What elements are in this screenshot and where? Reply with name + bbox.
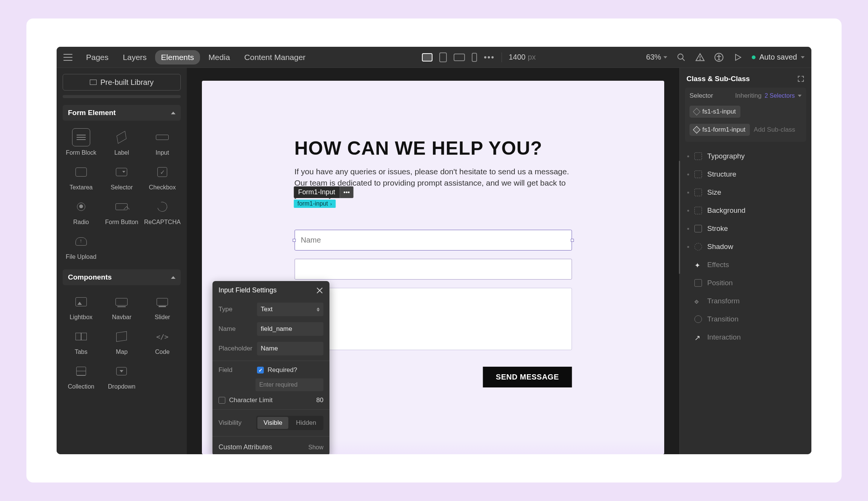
placeholder-input-field[interactable]: Name: [257, 342, 323, 355]
component-code[interactable]: </>Code: [144, 325, 181, 358]
hamburger-menu-icon[interactable]: [63, 54, 72, 61]
style-effects[interactable]: ✦Effects: [685, 256, 806, 274]
element-selector[interactable]: Selector: [103, 161, 140, 193]
autosave-status[interactable]: Auto saved: [752, 53, 805, 61]
element-input[interactable]: Input: [144, 126, 181, 158]
tablet-landscape-icon[interactable]: [454, 54, 465, 61]
audit-icon[interactable]: [695, 52, 705, 62]
diamond-icon: [693, 108, 700, 115]
nav-content-manager[interactable]: Content Manager: [238, 50, 311, 65]
component-tabs[interactable]: Tabs: [63, 325, 100, 358]
style-size[interactable]: Size: [685, 183, 806, 201]
character-limit-row: Character Limit 80: [212, 393, 329, 407]
element-options-icon[interactable]: •••: [340, 186, 354, 198]
class-chip-fs1-form1-input[interactable]: fs1-form1-input: [689, 124, 750, 136]
top-center-tools: ••• 1400 px: [422, 52, 536, 62]
visibility-visible-option[interactable]: Visible: [257, 417, 288, 429]
divider: [212, 409, 329, 410]
element-checkbox[interactable]: Checkbox: [144, 161, 181, 193]
selected-class-tag[interactable]: form1-input›: [294, 200, 336, 208]
preview-play-icon[interactable]: [733, 52, 743, 62]
component-lightbox[interactable]: Lightbox: [63, 290, 100, 323]
form-element-section-header[interactable]: Form Element: [63, 105, 181, 121]
prebuilt-library-button[interactable]: Pre-built Library: [63, 74, 181, 91]
send-message-button[interactable]: SEND MESSAGE: [483, 367, 572, 387]
required-checkbox[interactable]: [257, 367, 264, 373]
close-icon[interactable]: [316, 287, 323, 294]
nav-pages[interactable]: Pages: [80, 50, 115, 65]
name-input[interactable]: [294, 230, 572, 250]
message-textarea[interactable]: [294, 288, 572, 350]
element-file-upload[interactable]: File Upload: [63, 230, 100, 263]
device-preview-group: •••: [422, 52, 495, 62]
section-title: Form Element: [68, 109, 116, 117]
selector-label: Selector: [689, 92, 713, 100]
form-fields: SEND MESSAGE: [294, 230, 572, 387]
prebuilt-label: Pre-built Library: [100, 78, 154, 87]
style-shadow[interactable]: Shadow: [685, 238, 806, 256]
input-field-settings-panel: Input Field Settings Type Text Name fiel…: [212, 281, 329, 454]
stepper-icon: [317, 307, 320, 312]
inheriting-count[interactable]: 2 Selectors: [765, 92, 795, 99]
inheriting-label: Inheriting: [735, 92, 762, 100]
nav-layers[interactable]: Layers: [117, 50, 153, 65]
visibility-hidden-option[interactable]: Hidden: [290, 417, 322, 429]
show-custom-attributes-button[interactable]: Show: [308, 444, 323, 451]
required-message-input[interactable]: Enter required: [255, 378, 323, 391]
style-position[interactable]: Position: [685, 274, 806, 292]
component-navbar[interactable]: Navbar: [103, 290, 140, 323]
element-radio[interactable]: Radio: [63, 195, 100, 228]
accessibility-icon[interactable]: [714, 52, 724, 62]
charlimit-checkbox[interactable]: [219, 397, 225, 404]
svg-point-5: [718, 54, 719, 55]
visibility-row: Visibility Visible Hidden: [212, 412, 329, 434]
component-collection[interactable]: Collection: [63, 360, 100, 392]
zoom-control[interactable]: 63%: [646, 53, 667, 61]
style-background[interactable]: Background: [685, 201, 806, 220]
style-interaction[interactable]: ↗Interaction: [685, 328, 806, 346]
nav-media[interactable]: Media: [202, 50, 236, 65]
email-input[interactable]: [294, 259, 572, 280]
resize-handle-right[interactable]: [571, 239, 574, 242]
expand-icon[interactable]: [797, 75, 805, 83]
component-dropdown[interactable]: Dropdown: [103, 360, 140, 392]
style-panel: Class & Sub-Class Selector Inheriting 2 …: [679, 68, 811, 454]
style-transform[interactable]: ⟐Transform: [685, 292, 806, 310]
app-window: Pages Layers Elements Media Content Mana…: [57, 47, 811, 454]
charlimit-value[interactable]: 80: [316, 396, 323, 404]
phone-icon[interactable]: [472, 53, 477, 62]
style-structure[interactable]: Structure: [685, 165, 806, 183]
type-select[interactable]: Text: [257, 303, 323, 316]
panel-scrollbar[interactable]: [679, 161, 680, 274]
components-section-header[interactable]: Components: [63, 269, 181, 285]
zoom-value: 63%: [646, 53, 661, 61]
canvas-width-unit: px: [528, 53, 536, 61]
resize-handle-left[interactable]: [292, 239, 295, 242]
element-label[interactable]: Label: [103, 126, 140, 158]
tablet-portrait-icon[interactable]: [439, 52, 447, 62]
style-sections-list: Typography Structure Size Background Str…: [685, 147, 806, 346]
canvas-width-display[interactable]: 1400 px: [509, 53, 536, 61]
add-subclass-button[interactable]: Add Sub-class: [754, 126, 795, 134]
component-map[interactable]: Map: [103, 325, 140, 358]
more-devices-icon[interactable]: •••: [484, 52, 495, 62]
element-form-block[interactable]: Form Block: [63, 126, 100, 158]
component-slider[interactable]: Slider: [144, 290, 181, 323]
element-recaptcha[interactable]: ReCAPTCHA: [144, 195, 181, 228]
style-transition[interactable]: Transition: [685, 310, 806, 328]
desktop-icon[interactable]: [422, 53, 432, 61]
name-input-field[interactable]: field_name: [257, 322, 323, 336]
selected-element-tag[interactable]: Form1-Input: [294, 186, 340, 198]
search-icon[interactable]: [676, 52, 686, 62]
class-chip-fs1-s1-input[interactable]: fs1-s1-input: [689, 106, 740, 118]
settings-title: Input Field Settings: [219, 286, 277, 294]
element-textarea[interactable]: Textarea: [63, 161, 100, 193]
style-typography[interactable]: Typography: [685, 147, 806, 165]
status-dot-icon: [752, 55, 756, 59]
style-stroke[interactable]: Stroke: [685, 220, 806, 238]
element-form-button[interactable]: Form Button: [103, 195, 140, 228]
selection-breadcrumb[interactable]: Form1-Input •••: [294, 186, 354, 198]
top-right-tools: 63% Auto saved: [646, 52, 805, 62]
nav-elements[interactable]: Elements: [155, 50, 200, 65]
form-heading[interactable]: HOW CAN WE HELP YOU?: [294, 137, 572, 159]
